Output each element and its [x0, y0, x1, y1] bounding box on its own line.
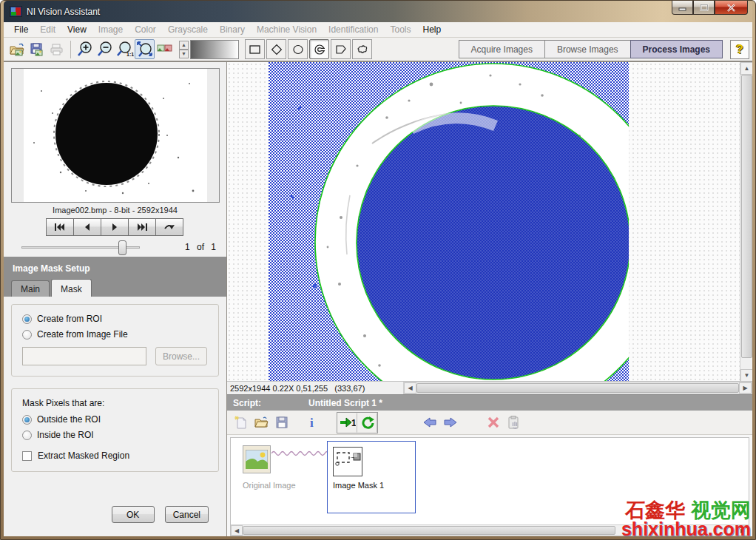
menu-edit: Edit [34, 23, 61, 36]
menu-file[interactable]: File [8, 23, 34, 36]
menu-help[interactable]: Help [417, 23, 448, 36]
print-button[interactable] [47, 39, 67, 59]
step-back-button[interactable] [419, 413, 439, 433]
menu-tools: Tools [384, 23, 416, 36]
info-icon: i [308, 415, 318, 430]
scroll-right-arrow[interactable]: ▶ [739, 382, 752, 394]
slider-thumb[interactable] [118, 240, 126, 255]
scroll-left-arrow[interactable]: ◀ [404, 382, 416, 394]
browse-images-button[interactable]: Browse Images [544, 40, 631, 58]
ok-button[interactable]: OK [112, 506, 155, 523]
roi-annulus-tool[interactable] [309, 39, 329, 59]
zoom-in-button[interactable] [75, 39, 95, 59]
browse-label: Browse... [163, 351, 200, 362]
run-loop-button[interactable] [357, 413, 377, 433]
step-image-mask-1[interactable]: Image Mask 1 [327, 441, 416, 513]
radio-create-from-roi[interactable] [22, 314, 32, 324]
browse-button[interactable]: Browse... [155, 347, 207, 365]
scroll-down-arrow[interactable]: ▼ [740, 369, 752, 382]
vertical-scrollbar[interactable]: ▲ ▼ [740, 62, 752, 382]
menu-grayscale: Grayscale [162, 23, 214, 36]
first-image-button[interactable] [46, 218, 74, 236]
roi-rectangle-tool[interactable] [245, 39, 265, 59]
script-scroll-left-arrow[interactable]: ◀ [231, 525, 243, 536]
last-image-button[interactable] [128, 218, 156, 236]
image-position: 1 of 1 [185, 242, 216, 252]
delete-step-button[interactable] [483, 413, 503, 433]
save-image-button[interactable] [27, 39, 47, 59]
help-button[interactable]: ? [730, 40, 749, 59]
menu-binary: Binary [214, 23, 251, 36]
step-forward-button[interactable] [440, 413, 460, 433]
inside-roi-label: Inside the ROI [37, 430, 94, 440]
roi-oval-icon [291, 44, 305, 55]
image-navigator [4, 218, 226, 236]
vertical-scroll-thumb[interactable] [741, 75, 752, 358]
menu-view[interactable]: View [61, 23, 92, 36]
help-icon: ? [736, 43, 743, 56]
image-thumbnail[interactable] [11, 68, 220, 203]
script-steps-area[interactable]: Original Image Image Mask [230, 437, 749, 536]
status-pixel-value: 0,51,255 [296, 384, 328, 393]
step-original-image[interactable]: Original Image [243, 445, 317, 490]
open-image-icon [9, 42, 25, 57]
option-create-from-roi[interactable]: Create from ROI [22, 314, 211, 324]
save-script-button[interactable] [271, 413, 291, 433]
zoom-in-icon [76, 41, 94, 58]
script-canvas[interactable]: Original Image Image Mask [227, 435, 752, 536]
maximize-button[interactable] [693, 1, 715, 15]
radio-outside-roi[interactable] [22, 415, 32, 425]
horizontal-scrollbar[interactable]: ◀ ▶ [403, 382, 752, 394]
process-images-button[interactable]: Process Images [630, 40, 723, 58]
script-header: Script: Untitled Script 1 * [227, 394, 752, 411]
scroll-up-arrow[interactable]: ▲ [740, 62, 752, 75]
script-scrollbar[interactable]: ◀ ▶ [231, 524, 749, 536]
option-outside-roi[interactable]: Outside the ROI [22, 414, 211, 425]
previous-image-button[interactable] [73, 218, 101, 236]
acquire-images-button[interactable]: Acquire Images [459, 40, 545, 58]
palette-spinner[interactable]: ▲▼ [179, 41, 189, 58]
first-image-icon [54, 223, 66, 232]
close-button[interactable] [715, 1, 748, 15]
roi-rotated-rect-tool[interactable] [266, 39, 286, 59]
open-image-button[interactable] [7, 39, 27, 59]
checkbox-extract-masked-region[interactable] [22, 451, 32, 461]
step-info-button[interactable]: i [303, 413, 323, 433]
roi-polygon-tool[interactable] [331, 39, 351, 59]
roi-freehand-tool[interactable] [352, 39, 372, 59]
window-title: NI Vision Assistant [27, 7, 100, 17]
script-scroll-thumb[interactable] [243, 526, 615, 535]
script-scroll-right-arrow[interactable]: ▶ [737, 525, 749, 536]
image-slider[interactable] [21, 246, 140, 249]
roi-oval-tool[interactable] [288, 39, 308, 59]
run-once-button[interactable]: 1 [337, 413, 357, 433]
menu-color: Color [129, 23, 162, 36]
option-inside-roi[interactable]: Inside the ROI [22, 430, 211, 440]
horizontal-scroll-thumb[interactable] [416, 383, 739, 393]
new-script-button[interactable] [230, 413, 250, 433]
option-extract-masked-region[interactable]: Extract Masked Region [22, 450, 211, 461]
menu-image: Image [92, 23, 129, 36]
save-image-icon [29, 42, 45, 57]
file-row: Browse... [22, 347, 211, 365]
radio-inside-roi[interactable] [22, 431, 32, 440]
radio-create-from-image-file[interactable] [22, 330, 32, 340]
zoom-out-button[interactable] [95, 39, 115, 59]
tab-mask[interactable]: Mask [51, 279, 92, 297]
image-viewport[interactable]: ▲ ▼ [227, 62, 752, 382]
image-mask-icon [333, 447, 362, 476]
minimize-button[interactable] [672, 1, 693, 15]
tab-main[interactable]: Main [11, 280, 50, 297]
option-create-from-image-file[interactable]: Create from Image File [22, 329, 211, 340]
zoom-1-1-button[interactable]: 1:1 [115, 39, 135, 59]
loop-images-button[interactable] [155, 218, 183, 236]
mask-file-input[interactable] [22, 347, 146, 365]
cancel-button[interactable]: Cancel [165, 506, 209, 523]
next-image-button[interactable] [101, 218, 129, 236]
cancel-label: Cancel [173, 510, 200, 520]
paste-step-button[interactable] [504, 413, 524, 433]
zoom-1-1-icon: 1:1 [115, 41, 134, 58]
open-script-button[interactable] [251, 413, 271, 433]
zoom-fit-button[interactable] [135, 39, 155, 59]
image-display-options-button[interactable] [155, 39, 175, 59]
